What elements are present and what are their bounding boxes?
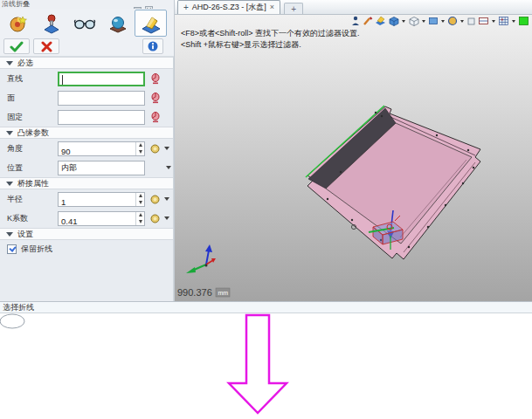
- dimension-readout: 990.376: [177, 287, 212, 298]
- angle-spinner[interactable]: [135, 142, 144, 155]
- background-color-icon[interactable]: [518, 16, 529, 26]
- pick-filter-icon[interactable]: [150, 112, 161, 123]
- radius-label: 半径: [7, 194, 58, 205]
- section-flange-label: 凸缘参数: [17, 127, 49, 139]
- unit-label: mm: [218, 290, 229, 296]
- radius-input[interactable]: [59, 196, 144, 209]
- section-icon[interactable]: [478, 16, 489, 26]
- collapse-triangle-icon: [6, 131, 13, 135]
- face-label: 面: [7, 93, 58, 104]
- line-label: 直线: [7, 73, 58, 85]
- section-required[interactable]: 必选: [0, 57, 173, 69]
- tab-pin-icon[interactable]: +: [183, 3, 189, 12]
- document-tabbar: + AHD-26-S.Z3 - [水盘] × +: [175, 0, 532, 15]
- stamp-icon[interactable]: [35, 10, 67, 37]
- section-settings-label: 设置: [17, 229, 33, 240]
- expression-icon[interactable]: [150, 214, 160, 223]
- pencil-icon[interactable]: [363, 16, 373, 26]
- chevron-down-icon[interactable]: [422, 20, 425, 23]
- 3d-viewport[interactable]: 990.376 mm <F8>或者<Shift-roll> 查找下一个有效的过滤…: [175, 15, 532, 301]
- parameter-sections: 必选 直线 面: [0, 57, 174, 301]
- view-cube-icon[interactable]: [388, 16, 399, 26]
- angle-label: 角度: [7, 143, 58, 155]
- grid-icon[interactable]: [498, 16, 509, 26]
- chevron-down-icon[interactable]: [460, 20, 464, 23]
- row-line: 直线: [0, 69, 173, 88]
- chevron-down-icon[interactable]: [492, 20, 495, 23]
- circle-icon[interactable]: [447, 16, 458, 26]
- kfactor-label: K系数: [7, 213, 58, 224]
- fixed-field[interactable]: [58, 110, 145, 125]
- plane-icon[interactable]: [428, 16, 439, 26]
- keep-foldline-checkbox[interactable]: [7, 244, 17, 254]
- chevron-down-icon[interactable]: [164, 216, 169, 220]
- position-value: 内部: [59, 162, 144, 174]
- person-icon[interactable]: [350, 16, 361, 26]
- viewport-toolbar: [350, 16, 529, 26]
- new-tab-button[interactable]: +: [284, 3, 303, 14]
- kfactor-input[interactable]: [59, 215, 144, 228]
- fixed-input[interactable]: [59, 113, 144, 127]
- face-input[interactable]: [59, 94, 144, 107]
- section-flange[interactable]: 凸缘参数: [0, 127, 173, 139]
- main-area: + AHD-26-S.Z3 - [水盘] × +: [175, 0, 532, 301]
- face-field[interactable]: [58, 91, 145, 106]
- fold-along-line-panel: 沿线折叠: [0, 0, 175, 301]
- wireframe-cube-icon[interactable]: [408, 16, 419, 26]
- position-dropdown[interactable]: 内部: [58, 161, 145, 175]
- row-angle: 角度: [0, 139, 173, 158]
- chevron-down-icon[interactable]: [164, 147, 169, 150]
- glasses-icon[interactable]: [68, 10, 100, 37]
- chevron-down-icon[interactable]: [164, 197, 169, 201]
- panel-titlebar: 沿线折叠: [0, 0, 174, 9]
- fold-sheet-icon[interactable]: [135, 10, 167, 37]
- angle-input[interactable]: [59, 145, 144, 158]
- line-field[interactable]: [58, 72, 145, 86]
- row-position: 位置 内部: [0, 158, 173, 177]
- section-settings[interactable]: 设置: [0, 228, 173, 240]
- sheet-color-icon[interactable]: [375, 16, 386, 26]
- tab-title: AHD-26-S.Z3 - [水盘]: [192, 2, 266, 13]
- section-bend[interactable]: 桥接属性: [0, 177, 173, 189]
- chevron-down-icon[interactable]: [441, 20, 445, 23]
- chevron-down-icon[interactable]: [402, 20, 405, 23]
- prompt-text: 选择折线: [0, 302, 34, 313]
- line-input[interactable]: [59, 77, 143, 88]
- tab-active-document[interactable]: + AHD-26-S.Z3 - [水盘] ×: [177, 0, 280, 14]
- hint-line-1: <F8>或者<Shift-roll> 查找下一个有效的过滤器设置.: [181, 28, 360, 39]
- expression-icon[interactable]: [150, 144, 160, 154]
- text-caret: [62, 75, 63, 85]
- angle-field[interactable]: [58, 141, 145, 156]
- cancel-x-icon[interactable]: [33, 38, 59, 54]
- sphere-icon[interactable]: [101, 10, 134, 37]
- viewport-box-icon[interactable]: [466, 17, 476, 26]
- target-icon[interactable]: [2, 10, 34, 37]
- fixed-label: 固定: [7, 112, 58, 123]
- row-fixed: 固定: [0, 107, 173, 127]
- magenta-down-arrow: [229, 315, 287, 413]
- radius-spinner[interactable]: [135, 193, 144, 206]
- confirm-row: [0, 37, 174, 57]
- filter-hints: <F8>或者<Shift-roll> 查找下一个有效的过滤器设置. <Shift…: [181, 28, 360, 51]
- radius-field[interactable]: [58, 192, 145, 207]
- pick-filter-icon[interactable]: [150, 73, 161, 85]
- section-bend-label: 桥接属性: [17, 178, 49, 189]
- panel-close-icon[interactable]: [145, 1, 153, 8]
- tab-close-icon[interactable]: ×: [270, 3, 274, 11]
- section-required-label: 必选: [17, 58, 33, 69]
- expression-icon[interactable]: [150, 195, 160, 204]
- collapse-triangle-icon: [6, 61, 13, 65]
- chevron-down-icon[interactable]: [512, 20, 515, 23]
- chevron-down-icon[interactable]: [166, 166, 171, 169]
- info-icon[interactable]: [142, 38, 163, 54]
- collapse-triangle-icon: [6, 232, 13, 237]
- kfactor-field[interactable]: [58, 211, 145, 226]
- row-radius: 半径: [0, 189, 173, 209]
- collapse-triangle-icon: [6, 182, 13, 186]
- ok-check-icon[interactable]: [3, 38, 30, 54]
- pick-filter-icon[interactable]: [150, 93, 161, 104]
- row-face: 面: [0, 88, 173, 107]
- annotation-canvas: [0, 313, 532, 419]
- panel-minimize-icon[interactable]: [134, 1, 142, 8]
- kfactor-spinner[interactable]: [135, 212, 144, 225]
